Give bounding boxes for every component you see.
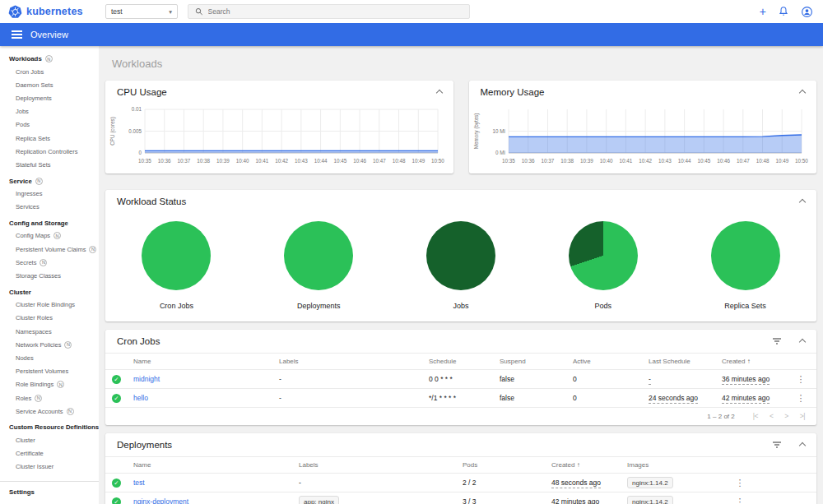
- sidebar-section-cluster[interactable]: Cluster: [0, 285, 99, 298]
- sidebar-section-service[interactable]: ServiceN: [0, 174, 99, 187]
- svg-text:10:47: 10:47: [736, 158, 749, 164]
- sidebar-item-jobs[interactable]: Jobs: [0, 105, 99, 118]
- collapse-chevron-icon[interactable]: [799, 90, 806, 96]
- kubernetes-logo[interactable]: kubernetes: [8, 5, 97, 19]
- namespaced-badge-icon: N: [57, 381, 64, 388]
- svg-text:10:39: 10:39: [580, 158, 593, 164]
- sidebar-section-label: Config and Storage: [9, 220, 68, 227]
- account-icon[interactable]: [801, 6, 813, 18]
- first-page-button[interactable]: |<: [753, 412, 758, 420]
- sidebar-section-label: Service: [9, 178, 32, 185]
- svg-text:10:46: 10:46: [353, 158, 366, 164]
- table-cell: false: [500, 394, 573, 402]
- next-page-button[interactable]: >: [784, 412, 788, 420]
- relative-time: -: [649, 375, 651, 385]
- sidebar-item-label: Secrets: [16, 259, 36, 266]
- svg-text:10:42: 10:42: [275, 158, 288, 164]
- sidebar-item-persistent-volume-claims[interactable]: Persistent Volume ClaimsN: [0, 243, 99, 256]
- sidebar-section-custom-resource-definitions[interactable]: Custom Resource Definitions: [0, 420, 99, 433]
- last-page-button[interactable]: >|: [800, 412, 805, 420]
- table-cell: 0: [573, 375, 649, 383]
- previous-page-button[interactable]: <: [770, 412, 773, 420]
- resource-link[interactable]: test: [133, 479, 299, 487]
- top-header: kubernetes test ▾ +: [0, 0, 823, 23]
- resource-link[interactable]: nginx-deployment: [133, 497, 299, 504]
- row-menu-button[interactable]: ⋮: [793, 393, 808, 404]
- collapse-chevron-icon[interactable]: [435, 90, 442, 96]
- sidebar-item-replication-controllers[interactable]: Replication Controllers: [0, 145, 99, 158]
- sidebar-item-roles[interactable]: RolesN: [0, 391, 99, 405]
- svg-text:10:48: 10:48: [756, 158, 769, 164]
- relative-time: 48 seconds ago: [551, 479, 601, 488]
- sidebar-item-storage-classes[interactable]: Storage Classes: [0, 269, 99, 282]
- namespace-selector[interactable]: test ▾: [105, 4, 178, 19]
- row-menu-button[interactable]: ⋮: [686, 478, 793, 488]
- sidebar-section-workloads[interactable]: WorkloadsN: [0, 52, 99, 65]
- sidebar-item-daemon-sets[interactable]: Daemon Sets: [0, 78, 99, 91]
- filter-icon[interactable]: [772, 337, 782, 345]
- sidebar-item-cron-jobs[interactable]: Cron Jobs: [0, 65, 99, 78]
- cron-jobs-column-created[interactable]: Created ↑: [722, 358, 793, 365]
- cron-jobs-column-name[interactable]: Name: [133, 358, 279, 365]
- sidebar-item-pods[interactable]: Pods: [0, 118, 99, 132]
- cron-jobs-row: ✓hello-*/1 * * * *false024 seconds ago42…: [105, 388, 816, 407]
- row-menu-button[interactable]: ⋮: [793, 374, 808, 385]
- sidebar-item-persistent-volumes[interactable]: Persistent Volumes: [0, 365, 99, 378]
- sidebar-item-config-maps[interactable]: Config MapsN: [0, 229, 99, 243]
- resource-link[interactable]: midnight: [133, 375, 279, 383]
- sidebar-divider: [0, 481, 99, 482]
- svg-text:10:39: 10:39: [216, 158, 230, 164]
- sidebar-item-ingresses[interactable]: Ingresses: [0, 187, 99, 201]
- sidebar-item-about[interactable]: About: [0, 501, 99, 504]
- sidebar-item-nodes[interactable]: Nodes: [0, 351, 99, 364]
- resource-link[interactable]: hello: [133, 394, 279, 402]
- sidebar-section-config-and-storage[interactable]: Config and Storage: [0, 216, 99, 229]
- filter-icon[interactable]: [772, 441, 782, 449]
- sidebar-item-label: Cluster Role Bindings: [16, 301, 75, 308]
- sidebar-item-label: Stateful Sets: [16, 161, 51, 169]
- sidebar-item-certificate[interactable]: Certificate: [0, 447, 99, 460]
- sidebar-item-cluster-roles[interactable]: Cluster Roles: [0, 312, 99, 325]
- sidebar-item-secrets[interactable]: SecretsN: [0, 256, 99, 269]
- deployments-column-created[interactable]: Created ↑: [551, 461, 627, 469]
- table-cell: 0 0 * * *: [429, 375, 500, 383]
- sidebar-item-label: Cluster Issuer: [16, 463, 53, 470]
- sidebar-item-stateful-sets[interactable]: Stateful Sets: [0, 158, 99, 171]
- collapse-chevron-icon[interactable]: [799, 199, 806, 206]
- sidebar-item-cluster-issuer[interactable]: Cluster Issuer: [0, 460, 99, 474]
- sidebar-item-label: Config Maps: [16, 232, 50, 239]
- sidebar-item-cluster[interactable]: Cluster: [0, 433, 99, 446]
- create-resource-button[interactable]: +: [760, 6, 766, 17]
- table-cell: 42 minutes ago: [722, 394, 793, 402]
- row-menu-button[interactable]: ⋮: [686, 497, 793, 504]
- sidebar-item-services[interactable]: Services: [0, 201, 99, 214]
- sidebar-item-service-accounts[interactable]: Service AccountsN: [0, 405, 99, 418]
- pie-chart-replica-sets: [711, 221, 780, 290]
- deployments-column-labels: Labels: [299, 461, 463, 469]
- sidebar-item-replica-sets[interactable]: Replica Sets: [0, 132, 99, 145]
- table-cell: 24 seconds ago: [649, 394, 722, 402]
- svg-text:10:43: 10:43: [658, 158, 671, 164]
- search-icon: [195, 7, 203, 16]
- namespaced-badge-icon: N: [40, 259, 47, 266]
- sidebar-item-role-bindings[interactable]: Role BindingsN: [0, 378, 99, 391]
- sidebar-item-namespaces[interactable]: Namespaces: [0, 325, 99, 338]
- notifications-bell-icon[interactable]: [778, 6, 789, 17]
- sidebar-section-label: Cluster: [9, 289, 31, 296]
- collapse-chevron-icon[interactable]: [799, 339, 806, 345]
- pie-label: Pods: [595, 302, 612, 310]
- menu-icon[interactable]: [12, 30, 22, 39]
- relative-time: 24 seconds ago: [649, 394, 698, 404]
- table-cell: -: [279, 375, 429, 383]
- deployments-column-name[interactable]: Name: [133, 461, 299, 469]
- svg-text:10:45: 10:45: [697, 158, 710, 164]
- svg-text:10:46: 10:46: [717, 158, 730, 164]
- sidebar-item-cluster-role-bindings[interactable]: Cluster Role Bindings: [0, 298, 99, 312]
- sidebar-item-settings[interactable]: Settings: [0, 485, 99, 498]
- collapse-chevron-icon[interactable]: [799, 442, 806, 449]
- search-input[interactable]: [208, 7, 463, 16]
- sidebar-item-network-policies[interactable]: Network PoliciesN: [0, 338, 99, 351]
- sidebar-item-deployments[interactable]: Deployments: [0, 91, 99, 104]
- svg-text:10 Mi: 10 Mi: [492, 128, 504, 134]
- search-box[interactable]: [188, 4, 470, 19]
